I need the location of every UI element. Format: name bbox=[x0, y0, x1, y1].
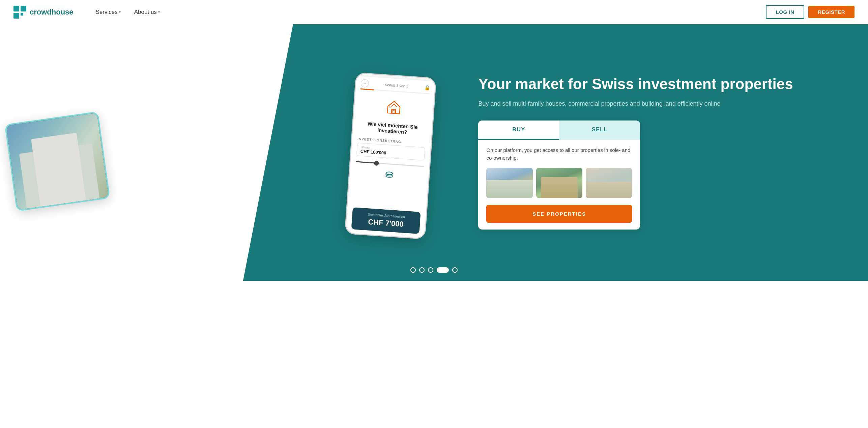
svg-rect-1 bbox=[21, 6, 26, 11]
nav-about[interactable]: About us ▾ bbox=[129, 6, 165, 18]
hero-left: ← Schritt 1 von 5 🔒 Wie bbox=[0, 24, 451, 281]
coin-stack-icon bbox=[383, 169, 395, 183]
phone-field-label: INVESTITIONSBETRAG bbox=[357, 137, 401, 144]
pagination-dot-2[interactable] bbox=[419, 267, 425, 273]
phone-step-label: Schritt 1 von 5 bbox=[385, 83, 409, 88]
buy-sell-card: BUY SELL On our platform, you get access… bbox=[478, 121, 640, 230]
house-puzzle-icon bbox=[384, 98, 403, 119]
see-properties-button[interactable]: SEE PROPERTIES bbox=[486, 205, 632, 223]
header-actions: LOG IN REGISTER bbox=[766, 5, 855, 19]
phone-question: Wie viel möchten Sie investieren? bbox=[358, 120, 427, 136]
logo-text: crowdhouse bbox=[30, 8, 74, 17]
card-description: On our platform, you get access to all o… bbox=[486, 146, 632, 162]
pagination-dot-4-active[interactable] bbox=[437, 267, 449, 273]
svg-rect-0 bbox=[13, 6, 19, 11]
tab-sell[interactable]: SELL bbox=[559, 121, 640, 140]
card-body: On our platform, you get access to all o… bbox=[478, 140, 640, 230]
logo[interactable]: crowdhouse bbox=[13, 6, 74, 19]
hero-subtitle: Buy and sell multi-family houses, commer… bbox=[478, 99, 848, 108]
hero-section: ← Schritt 1 von 5 🔒 Wie bbox=[0, 24, 868, 281]
building-image bbox=[6, 113, 109, 210]
login-button[interactable]: LOG IN bbox=[766, 5, 805, 19]
phone-mockup: ← Schritt 1 von 5 🔒 Wie bbox=[345, 72, 437, 240]
pagination-dot-3[interactable] bbox=[428, 267, 433, 273]
tab-row: BUY SELL bbox=[478, 121, 640, 140]
phone-input-group: Betrag CHF 100'000 bbox=[356, 143, 425, 161]
phone-slider[interactable] bbox=[356, 161, 424, 167]
pagination-dot-1[interactable] bbox=[410, 267, 416, 273]
pagination bbox=[410, 267, 458, 273]
property-image-3 bbox=[586, 168, 632, 198]
about-chevron-icon: ▾ bbox=[158, 10, 160, 14]
phone-slider-thumb bbox=[374, 161, 379, 166]
building-card bbox=[4, 111, 110, 211]
property-image-2 bbox=[536, 168, 582, 198]
phone-back-button[interactable]: ← bbox=[360, 79, 369, 88]
services-chevron-icon: ▾ bbox=[119, 10, 121, 14]
nav-services-label: Services bbox=[96, 9, 118, 16]
hero-title: Your market for Swiss investment propert… bbox=[478, 76, 848, 93]
phone-result-card: Erwarteter Jahresgewinn CHF 7'000 bbox=[351, 207, 421, 234]
logo-icon bbox=[13, 6, 26, 19]
property-images bbox=[486, 168, 632, 198]
pagination-dot-5[interactable] bbox=[452, 267, 458, 273]
phone-lock-icon: 🔒 bbox=[424, 85, 430, 90]
property-image-1 bbox=[486, 168, 532, 198]
svg-rect-2 bbox=[13, 13, 19, 19]
header: crowdhouse Services ▾ About us ▾ LOG IN … bbox=[0, 0, 868, 24]
phone-body: Wie viel möchten Sie investieren? INVEST… bbox=[346, 89, 434, 238]
svg-rect-3 bbox=[21, 13, 23, 16]
hero-right: Your market for Swiss investment propert… bbox=[451, 24, 868, 281]
tab-buy[interactable]: BUY bbox=[478, 121, 559, 140]
register-button[interactable]: REGISTER bbox=[808, 6, 855, 18]
nav-services[interactable]: Services ▾ bbox=[90, 6, 126, 18]
main-nav: Services ▾ About us ▾ bbox=[90, 6, 766, 18]
nav-about-label: About us bbox=[134, 9, 157, 16]
phone-slider-fill bbox=[356, 161, 377, 163]
